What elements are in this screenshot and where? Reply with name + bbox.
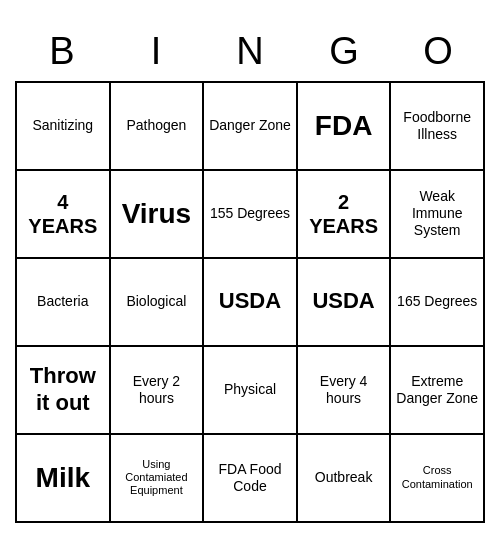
title-letter: N [210,30,290,73]
bingo-cell: Sanitizing [17,83,111,171]
bingo-cell: Foodborne Illness [391,83,485,171]
bingo-cell: Pathogen [111,83,205,171]
bingo-cell: 165 Degrees [391,259,485,347]
bingo-cell: 2 YEARS [298,171,392,259]
bingo-cell: Virus [111,171,205,259]
bingo-cell: USDA [204,259,298,347]
bingo-cell: Every 4 hours [298,347,392,435]
bingo-cell: Throw it out [17,347,111,435]
bingo-cell: Outbreak [298,435,392,523]
title-letter: O [398,30,478,73]
title-letter: I [116,30,196,73]
bingo-cell: Milk [17,435,111,523]
bingo-title: BINGO [15,22,485,81]
bingo-grid: SanitizingPathogenDanger ZoneFDAFoodborn… [15,81,485,523]
bingo-cell: Using Contamiated Equipment [111,435,205,523]
bingo-cell: FDA Food Code [204,435,298,523]
title-letter: G [304,30,384,73]
bingo-cell: Extreme Danger Zone [391,347,485,435]
bingo-card: BINGO SanitizingPathogenDanger ZoneFDAFo… [15,22,485,523]
bingo-cell: 4 YEARS [17,171,111,259]
bingo-cell: 155 Degrees [204,171,298,259]
bingo-cell: Biological [111,259,205,347]
bingo-cell: Bacteria [17,259,111,347]
bingo-cell: FDA [298,83,392,171]
bingo-cell: Weak Immune System [391,171,485,259]
title-letter: B [22,30,102,73]
bingo-cell: Cross Contamination [391,435,485,523]
bingo-cell: Danger Zone [204,83,298,171]
bingo-cell: Every 2 hours [111,347,205,435]
bingo-cell: Physical [204,347,298,435]
bingo-cell: USDA [298,259,392,347]
